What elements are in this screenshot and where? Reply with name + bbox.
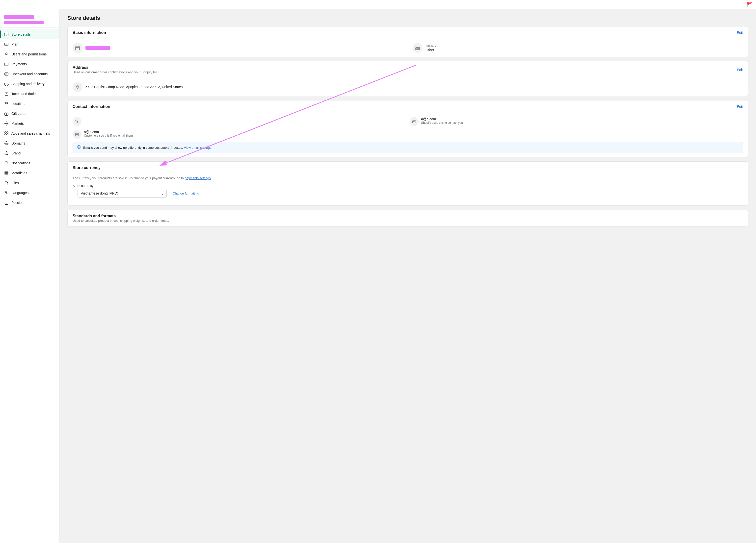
- sidebar-item-brand[interactable]: Brand: [0, 148, 59, 158]
- basic-information-card: Basic information Edit: [67, 26, 748, 57]
- sidebar-item-label: Shipping and delivery: [11, 82, 45, 86]
- store-url-redacted: [4, 21, 44, 24]
- sidebar-item-plan[interactable]: Plan: [0, 39, 59, 49]
- store-email-desc: Shopify uses this to contact you: [421, 121, 463, 125]
- main-content: Store details Basic information Edit: [59, 9, 756, 543]
- sidebar-item-locations[interactable]: Locations: [0, 99, 59, 109]
- contact-information-edit-button[interactable]: Edit: [737, 105, 743, 109]
- svg-rect-13: [5, 132, 6, 133]
- standards-formats-header-left: Standards and formats Used to calculate …: [73, 214, 169, 223]
- gift-icon: [4, 111, 9, 116]
- svg-rect-15: [5, 134, 6, 135]
- location-icon: [4, 101, 9, 106]
- sidebar-item-label: Markets: [11, 122, 24, 126]
- sidebar-item-domains[interactable]: Domains: [0, 138, 59, 148]
- currency-field-area: Store currency Vietnamese dong (VND) US …: [68, 184, 748, 206]
- payments-settings-link[interactable]: payments settings: [185, 176, 211, 180]
- store-icon-circle: [73, 43, 82, 53]
- store-currency-header: Store currency: [68, 162, 748, 174]
- svg-rect-14: [7, 132, 8, 133]
- sidebar-store-info: [0, 13, 59, 25]
- sidebar-item-gift-cards[interactable]: Gift cards: [0, 109, 59, 119]
- currency-select[interactable]: Vietnamese dong (VND) US dollar (USD) Eu…: [78, 189, 167, 198]
- payment-icon: [4, 62, 9, 67]
- sidebar-item-label: Apps and sales channels: [11, 131, 50, 135]
- svg-marker-18: [4, 152, 8, 155]
- industry-icon-circle: [413, 43, 423, 53]
- metafields-icon: [4, 171, 9, 176]
- sidebar: Store details Plan Users and permissions…: [0, 9, 59, 543]
- sidebar-item-label: Policies: [11, 201, 23, 205]
- sidebar-item-label: Store details: [11, 32, 31, 36]
- store-currency-title: Store currency: [73, 166, 101, 170]
- change-formatting-link[interactable]: Change formatting: [173, 192, 199, 195]
- store-name-item: [73, 43, 403, 53]
- sidebar-item-label: Files: [11, 181, 19, 185]
- checkout-icon: [4, 72, 9, 77]
- address-value: 5722 Baptist Camp Road, Apopka Florida 3…: [85, 85, 183, 90]
- currency-section: The currency your products are sold in. …: [68, 174, 748, 206]
- svg-rect-4: [5, 63, 8, 66]
- notifications-icon: [4, 161, 9, 166]
- industry-item: Industry Other: [413, 43, 743, 53]
- sidebar-item-checkout-accounts[interactable]: Checkout and accounts: [0, 69, 59, 79]
- phone-contact-item: [73, 117, 406, 126]
- address-title: Address: [73, 65, 88, 70]
- svg-point-10: [6, 103, 7, 104]
- svg-rect-19: [5, 172, 8, 173]
- sidebar-item-shipping-delivery[interactable]: Shipping and delivery: [0, 79, 59, 89]
- sidebar-item-store-details[interactable]: Store details: [0, 29, 59, 39]
- flag-icon: 🚩: [747, 2, 752, 7]
- sidebar-item-files[interactable]: Files: [0, 178, 59, 188]
- sidebar-item-apps-sales-channels[interactable]: Apps and sales channels: [0, 129, 59, 138]
- sidebar-item-policies[interactable]: Policies: [0, 198, 59, 208]
- taxes-icon: [4, 91, 9, 96]
- sidebar-item-markets[interactable]: Markets: [0, 119, 59, 129]
- info-banner-text: Emails you send may show up differently …: [83, 146, 211, 150]
- sidebar-item-label: Locations: [11, 102, 26, 106]
- sidebar-item-metafields[interactable]: Metafields: [0, 168, 59, 178]
- svg-rect-28: [76, 133, 79, 136]
- customer-email-icon-circle: [73, 130, 81, 139]
- sidebar-item-users-permissions[interactable]: Users and permissions: [0, 49, 59, 59]
- svg-rect-6: [4, 83, 7, 85]
- address-body: 5722 Baptist Camp Road, Apopka Florida 3…: [68, 78, 748, 96]
- svg-rect-23: [416, 48, 420, 50]
- phone-icon-circle: [73, 117, 81, 126]
- svg-rect-24: [417, 49, 417, 50]
- svg-point-3: [6, 53, 7, 54]
- sidebar-item-payments[interactable]: Payments: [0, 59, 59, 69]
- store-email-icon-circle: [410, 117, 419, 126]
- address-edit-button[interactable]: Edit: [737, 68, 743, 72]
- address-header-left: Address Used on customer order confirmat…: [73, 65, 158, 74]
- sidebar-item-label: Gift cards: [11, 112, 26, 116]
- svg-point-26: [77, 86, 78, 87]
- sidebar-item-label: Metafields: [11, 171, 27, 175]
- sidebar-item-label: Notifications: [11, 161, 30, 165]
- address-subtitle: Used on customer order confirmations and…: [73, 70, 158, 74]
- sidebar-item-label: Brand: [11, 151, 21, 155]
- top-bar: 🚩: [0, 0, 756, 9]
- currency-select-wrap: Vietnamese dong (VND) US dollar (USD) Eu…: [78, 189, 167, 198]
- svg-rect-1: [6, 35, 7, 36]
- customer-email-contact-item: a@b.com Customers see this if you email …: [73, 130, 406, 139]
- currency-field-row: Vietnamese dong (VND) US dollar (USD) Eu…: [73, 189, 743, 202]
- sidebar-item-taxes-duties[interactable]: Taxes and duties: [0, 89, 59, 99]
- store-email-value: a@b.com: [421, 117, 463, 121]
- sidebar-item-languages[interactable]: Languages: [0, 188, 59, 198]
- store-name-redacted: [4, 15, 34, 19]
- svg-rect-27: [413, 121, 416, 123]
- apps-icon: [4, 131, 9, 136]
- view-email-settings-link[interactable]: View email settings: [184, 146, 211, 150]
- svg-rect-25: [418, 48, 419, 50]
- sidebar-item-notifications[interactable]: Notifications: [0, 158, 59, 168]
- customer-email-text: a@b.com Customers see this if you email …: [84, 130, 133, 137]
- store-email-contact-item: a@b.com Shopify uses this to contact you: [410, 117, 743, 126]
- basic-information-edit-button[interactable]: Edit: [737, 31, 743, 35]
- svg-rect-20: [5, 174, 8, 175]
- sidebar-item-label: Users and permissions: [11, 52, 47, 56]
- store-currency-card: Store currency The currency your product…: [67, 161, 748, 206]
- store-currency-field-label: Store currency: [73, 184, 743, 188]
- industry-text: Industry Other: [426, 44, 436, 52]
- store-name-text: [85, 46, 110, 51]
